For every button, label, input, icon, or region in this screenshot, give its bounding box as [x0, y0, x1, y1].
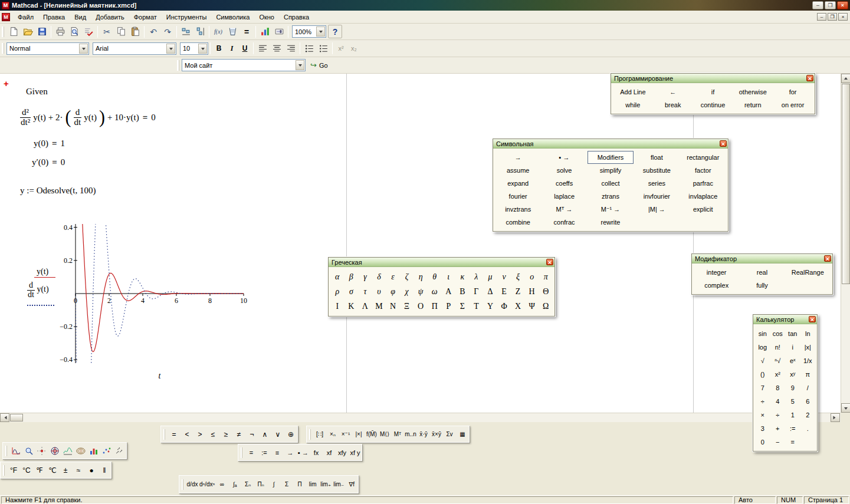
numbered-list-button[interactable] [316, 42, 330, 55]
matrix-operator-button[interactable]: Σv [443, 428, 456, 441]
matrix-operator-button[interactable]: x̄·ȳ [417, 428, 430, 441]
greek-letter-button[interactable]: Ο [413, 299, 428, 314]
insert-component-button[interactable] [258, 25, 272, 38]
calculator-button[interactable]: π [800, 367, 816, 381]
contour-plot-button[interactable] [74, 444, 87, 457]
custom-character-button[interactable]: ℉ [33, 464, 46, 477]
greek-letter-button[interactable]: ν [497, 269, 511, 284]
matrix-operator-button[interactable]: Mᵀ [391, 428, 404, 441]
greek-letter-button[interactable]: Ε [497, 284, 511, 299]
paste-button[interactable] [128, 25, 142, 38]
matrix-operator-button[interactable]: m..n [404, 428, 417, 441]
symbolic-keyword-button[interactable]: combine [495, 216, 541, 229]
toolbar-grip[interactable] [5, 446, 7, 456]
programming-button[interactable]: return [733, 98, 773, 111]
greek-letter-button[interactable]: Ξ [400, 299, 414, 314]
bar-plot-3d-button[interactable] [87, 444, 100, 457]
calculator-button[interactable]: / [800, 381, 816, 394]
calculator-button[interactable]: √ [755, 354, 770, 367]
greek-letter-button[interactable]: Τ [470, 299, 484, 314]
resources-combobox[interactable]: Мой сайт [182, 59, 306, 71]
zoom-combobox[interactable]: 100% [292, 25, 326, 38]
calculus-operator-button[interactable]: Σ [280, 478, 293, 491]
greek-letter-button[interactable]: ξ [511, 269, 525, 284]
evaluation-operator-button[interactable]: xf y [349, 446, 362, 459]
programming-button[interactable]: Add Line [613, 85, 653, 98]
zoom-plot-button[interactable] [22, 444, 35, 457]
calculator-button[interactable]: ln [800, 327, 816, 340]
programming-button[interactable]: if [693, 85, 733, 98]
greek-palette-titlebar[interactable]: Греческая × [329, 258, 554, 267]
calculator-button[interactable]: xʸ [785, 367, 800, 381]
symbolic-keyword-button[interactable]: explicit [680, 203, 726, 216]
boolean-operator-button[interactable]: > [193, 428, 206, 441]
evaluation-operator-button[interactable]: → [284, 446, 297, 459]
symbolic-keyword-button[interactable]: float [634, 151, 680, 164]
greek-letter-button[interactable]: ζ [400, 269, 414, 284]
symbolic-keyword-button[interactable]: |M| → [634, 203, 680, 216]
toolbar-grip[interactable] [309, 429, 311, 440]
toolbar-grip[interactable] [163, 429, 165, 440]
greek-letter-button[interactable]: Υ [483, 299, 497, 314]
greek-letter-button[interactable]: Χ [511, 299, 525, 314]
custom-character-button[interactable]: ‖ [98, 464, 111, 477]
copy-button[interactable] [114, 25, 128, 38]
programming-button[interactable]: for [773, 85, 813, 98]
greek-letter-button[interactable]: α [330, 269, 344, 284]
calculus-operator-button[interactable]: lim [306, 478, 319, 491]
greek-letter-button[interactable]: Ρ [442, 299, 456, 314]
evaluation-operator-button[interactable]: = [245, 446, 258, 459]
custom-character-button[interactable]: ± [59, 464, 72, 477]
greek-letter-button[interactable]: φ [386, 284, 400, 299]
zoom-dropdown-arrow[interactable] [316, 27, 325, 37]
greek-letter-button[interactable]: Μ [372, 299, 386, 314]
spell-check-button[interactable] [81, 25, 96, 38]
modifier-button[interactable]: complex [694, 279, 739, 292]
calculate-button[interactable]: = [239, 25, 254, 38]
programming-palette-titlebar[interactable]: Программирование × [611, 74, 815, 83]
calculator-button[interactable]: n! [770, 340, 786, 354]
custom-character-button[interactable]: ℃ [46, 464, 59, 477]
evaluation-operator-button[interactable]: := [258, 446, 271, 459]
menu-item[interactable]: Инструменты [162, 11, 212, 23]
matrix-operator-button[interactable]: x̄×ȳ [430, 428, 443, 441]
horizontal-scrollbar[interactable] [0, 413, 841, 422]
scroll-right-button[interactable] [831, 413, 840, 422]
greek-letter-button[interactable]: ο [525, 269, 539, 284]
palette-close-icon[interactable]: × [720, 140, 727, 147]
greek-letter-button[interactable]: ε [386, 269, 400, 284]
redo-button[interactable]: ↷ [160, 25, 175, 38]
boolean-operator-button[interactable]: ≤ [206, 428, 219, 441]
programming-button[interactable]: otherwise [733, 85, 773, 98]
symbolic-keyword-button[interactable]: laplace [541, 190, 587, 203]
symbolic-keyword-button[interactable]: Mᵀ → [541, 203, 587, 216]
calculus-operator-button[interactable]: Σₙ [241, 478, 254, 491]
greek-letter-button[interactable]: ψ [413, 284, 428, 299]
symbolic-keyword-button[interactable]: rewrite [588, 216, 634, 229]
symbolic-keyword-button[interactable]: coeffs [541, 177, 587, 190]
matrix-operator-button[interactable]: |×| [352, 428, 365, 441]
calculator-button[interactable]: 2 [800, 408, 816, 421]
calculator-button[interactable]: |x| [800, 340, 816, 354]
greek-letter-button[interactable]: Γ [470, 284, 484, 299]
toolbar-grip[interactable] [3, 465, 5, 476]
new-button[interactable] [6, 25, 21, 38]
modifier-button[interactable]: RealRange [785, 266, 831, 279]
restore-button[interactable]: ❐ [825, 1, 836, 9]
doc-restore-button[interactable]: ❐ [828, 13, 837, 21]
greek-letter-button[interactable]: λ [470, 269, 484, 284]
custom-character-button[interactable]: °C [20, 464, 33, 477]
evaluation-operator-button[interactable]: ▪ → [297, 446, 310, 459]
xy-plot-button[interactable] [9, 444, 22, 457]
help-button[interactable]: ? [328, 25, 342, 38]
calculator-button[interactable]: ⁿ√ [770, 354, 786, 367]
subscript-button[interactable]: x₂ [347, 42, 360, 55]
greek-letter-button[interactable]: Θ [539, 284, 553, 299]
scroll-up-button[interactable] [841, 74, 850, 83]
greek-letter-button[interactable]: Ζ [511, 284, 525, 299]
menu-item[interactable]: Символика [211, 11, 254, 23]
minimize-button[interactable]: – [812, 1, 823, 9]
symbolic-keyword-button[interactable]: solve [541, 164, 587, 177]
font-size-combobox[interactable]: 10 [180, 42, 208, 55]
greek-letter-button[interactable]: ρ [330, 284, 344, 299]
